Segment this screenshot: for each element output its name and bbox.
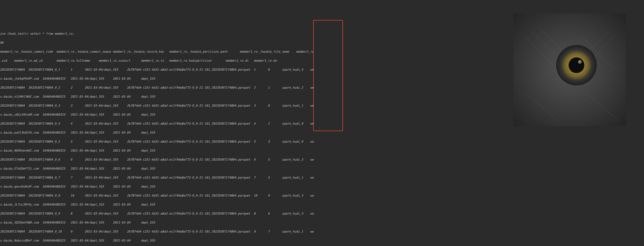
- result-row: v.baidu_NobsixQNvF.com 1646646480323 202…: [0, 238, 644, 243]
- result-row: v.baidu_JLTvL1Mf4y.com 1646646480323 202…: [0, 202, 644, 207]
- result-row: v.baidu_poUl3kGUYb.com 1646646480323 202…: [0, 130, 644, 135]
- result-row: 20220307174804 20220307174804_0_8 10 202…: [0, 193, 644, 198]
- highlight-annotation: [313, 20, 343, 131]
- result-row: 20220307174804 20220307174804_0_7 7 2021…: [0, 175, 644, 180]
- result-row: v.baidu_805KoknbKC.com 1646646480323 202…: [0, 148, 644, 153]
- result-row: 20220307174804 20220307174804_0_9 8 2021…: [0, 211, 644, 216]
- result-row: 20220307174804 20220307174804_0_5 5 2021…: [0, 139, 644, 144]
- result-row: 20220307174804 20220307174804_0_6 6 2021…: [0, 157, 644, 162]
- result-row: 20220307174804 20220307174804_0_10 9 202…: [0, 229, 644, 234]
- result-row: v.baidu_EToGOeF7Zj.com 1646646480323 202…: [0, 166, 644, 171]
- result-row: v.baidu_qmvx6sBsDF.com 1646646480323 202…: [0, 184, 644, 189]
- result-row: v.baidu_3QIQkmTAB0.com 1646646480323 202…: [0, 220, 644, 225]
